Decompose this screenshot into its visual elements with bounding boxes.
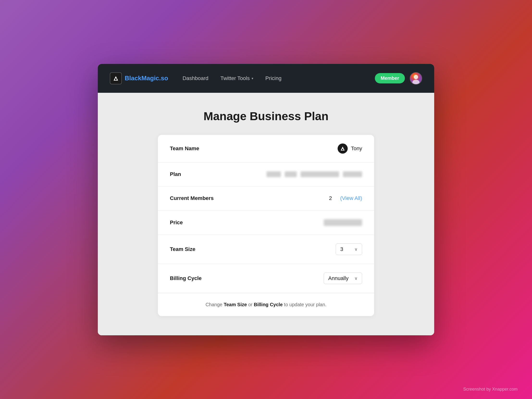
plan-blur-2 — [285, 171, 297, 177]
brand-logo — [110, 72, 122, 84]
page-title: Manage Business Plan — [203, 110, 329, 123]
price-label: Price — [170, 219, 232, 226]
footer-note-prefix: Change — [205, 302, 224, 307]
price-blurred — [324, 219, 362, 226]
nav-dashboard[interactable]: Dashboard — [183, 75, 209, 82]
user-avatar[interactable] — [410, 72, 422, 85]
plan-label: Plan — [170, 171, 232, 177]
plan-row: Plan — [158, 163, 374, 187]
main-content: Manage Business Plan Team Name Tony — [98, 93, 434, 335]
billing-cycle-select[interactable]: Annually ∨ — [324, 272, 362, 284]
billing-cycle-label: Billing Cycle — [170, 275, 232, 281]
twitter-tools-chevron-icon: ▾ — [252, 76, 253, 80]
billing-cycle-select-value: Annually — [328, 275, 348, 281]
team-name-row: Team Name Tony — [158, 135, 374, 163]
plan-blur-1 — [266, 171, 281, 177]
team-size-select[interactable]: 3 ∨ — [336, 243, 362, 255]
plan-value — [266, 171, 362, 177]
current-members-row: Current Members 2 (View All) — [158, 187, 374, 210]
watermark: Screenshot by Xnapper.com — [463, 387, 518, 392]
team-size-row: Team Size 3 ∨ — [158, 235, 374, 264]
nav-pricing[interactable]: Pricing — [265, 75, 281, 82]
billing-cycle-value: Annually ∨ — [324, 272, 362, 284]
team-size-chevron-icon: ∨ — [355, 247, 358, 252]
svg-point-1 — [115, 78, 117, 80]
footer-or: or — [248, 302, 254, 307]
svg-point-3 — [414, 75, 418, 79]
brand[interactable]: BlackMagic.so — [110, 72, 168, 84]
team-name-value: Tony — [338, 144, 362, 154]
footer-billing-cycle: Billing Cycle — [254, 302, 283, 307]
team-size-label: Team Size — [170, 246, 232, 252]
team-name-label: Team Name — [170, 146, 232, 152]
nav-twitter-tools[interactable]: Twitter Tools ▾ — [220, 75, 253, 82]
app-window: BlackMagic.so Dashboard Twitter Tools ▾ … — [98, 64, 434, 335]
member-badge[interactable]: Member — [375, 73, 405, 83]
current-members-label: Current Members — [170, 195, 232, 201]
view-all-link[interactable]: (View All) — [340, 195, 362, 201]
card-footer: Change Team Size or Billing Cycle to upd… — [158, 293, 374, 316]
members-count: 2 — [329, 195, 332, 201]
nav-items: Dashboard Twitter Tools ▾ Pricing — [183, 75, 375, 82]
price-row: Price — [158, 210, 374, 235]
current-members-value: 2 (View All) — [329, 195, 362, 201]
navbar-right: Member — [375, 72, 422, 85]
team-size-select-value: 3 — [340, 246, 343, 252]
footer-team-size: Team Size — [224, 302, 247, 307]
plan-blur-4 — [343, 171, 362, 177]
plan-blurred — [266, 171, 362, 177]
team-logo-icon — [338, 144, 348, 154]
footer-note-suffix: to update your plan. — [284, 302, 327, 307]
team-name-text: Tony — [351, 146, 362, 152]
billing-cycle-chevron-icon: ∨ — [355, 276, 358, 281]
svg-point-6 — [342, 149, 343, 150]
members-count-space — [336, 195, 337, 201]
navbar: BlackMagic.so Dashboard Twitter Tools ▾ … — [98, 64, 434, 93]
manage-plan-card: Team Name Tony Plan — [158, 135, 374, 316]
team-size-value: 3 ∨ — [336, 243, 362, 255]
price-value — [324, 219, 362, 226]
billing-cycle-row: Billing Cycle Annually ∨ — [158, 264, 374, 293]
plan-blur-3 — [301, 171, 339, 177]
brand-name: BlackMagic.so — [125, 75, 168, 82]
